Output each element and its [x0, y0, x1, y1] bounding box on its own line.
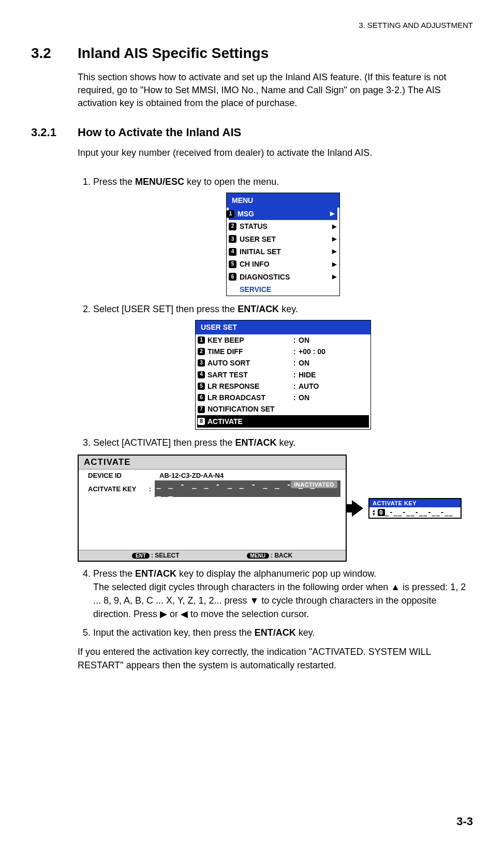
steps-list-cont: Press the ENT/ACK key to display the alp…	[78, 567, 473, 639]
userset-row: 6LR BROADCAST:ON	[196, 392, 370, 403]
userset-row: 3AUTO SORT:ON	[196, 357, 370, 369]
menu-screenshot: MENU 1 MSG ▶ 2 STATUS ▶ 3 USER SET ▶	[226, 193, 340, 296]
popup-title: ACTIVATE KEY	[369, 499, 461, 507]
menu-item-label: STATUS	[240, 221, 332, 231]
section-body: This section shows how to activate and s…	[78, 71, 473, 110]
menu-item-diagnostics: 6 DIAGNOSTICS ▶	[227, 271, 339, 283]
userset-row-selected: 8ACTIVATE	[197, 415, 369, 428]
menu-item-status: 2 STATUS ▶	[227, 220, 339, 232]
chevron-right-icon: ▶	[332, 223, 336, 231]
step-5: Input the activation key, then press the…	[93, 626, 473, 639]
menu-item-initialset: 4 INITIAL SET ▶	[227, 245, 339, 258]
num-badge: 6	[229, 273, 236, 281]
arrow-right-icon	[352, 500, 363, 517]
userset-row: 2TIME DIFF:+00 : 00	[196, 346, 370, 357]
section-number: 3.2	[31, 45, 78, 62]
activate-key-popup: ACTIVATE KEY ▲▼ 0_-__-__-__-__-__	[368, 498, 462, 519]
userset-row: 1KEY BEEP:ON	[196, 334, 370, 346]
selected-digit: 0	[378, 509, 385, 516]
activate-screenshot: ACTIVATE DEVICE ID AB-12-C3-ZD-AA-N4 ACI…	[78, 455, 347, 562]
menu-item-label: MSG	[238, 209, 330, 219]
status-badge: INACTIVATED	[291, 481, 337, 488]
chevron-right-icon: ▶	[332, 260, 336, 269]
key-name: ENT/ACK	[255, 627, 296, 638]
device-id-row: DEVICE ID AB-12-C3-ZD-AA-N4	[88, 472, 340, 479]
subsection-intro: Input your key number (received from dea…	[78, 147, 473, 159]
activate-title: ACTIVATE	[79, 456, 346, 470]
chevron-right-icon: ▶	[332, 273, 336, 281]
section-name: Inland AIS Specific Settings	[78, 45, 269, 62]
key-name: MENU/ESC	[135, 177, 184, 187]
userset-row: 7NOTIFICATION SET	[196, 403, 370, 415]
ent-pill: ENT	[132, 553, 150, 559]
step-2: Select [USER SET] then press the ENT/ACK…	[93, 302, 473, 430]
step-4: Press the ENT/ACK key to display the alp…	[93, 567, 473, 621]
menu-item-label: INITIAL SET	[240, 246, 332, 257]
closing-paragraph: If you entered the activation key correc…	[78, 645, 473, 672]
activate-footer: ENT: SELECT MENU: BACK	[79, 550, 346, 561]
key-name: ENT/ACK	[238, 304, 279, 314]
num-badge: 1	[227, 210, 234, 218]
menu-item-service: SERVICE	[227, 283, 339, 296]
step-1: Press the MENU/ESC key to open the menu.…	[93, 175, 473, 296]
num-badge: 3	[229, 235, 236, 243]
key-name: ENT/ACK	[235, 437, 276, 448]
section-title: 3.2 Inland AIS Specific Settings	[31, 45, 473, 62]
num-badge: 2	[229, 223, 236, 230]
chevron-right-icon: ▶	[332, 235, 336, 243]
userset-row: 5LR RESPONSE:AUTO	[196, 380, 370, 392]
steps-list: Press the MENU/ESC key to open the menu.…	[78, 175, 473, 449]
menu-item-chinfo: 5 CH INFO ▶	[227, 258, 339, 270]
chapter-header: 3. SETTING AND ADJUSTMENT	[31, 21, 473, 30]
menu-item-label: USER SET	[240, 234, 332, 244]
userset-title: USER SET	[196, 320, 370, 334]
menu-pill: MENU	[247, 553, 269, 559]
menu-item-label: CH INFO	[240, 259, 332, 269]
chevron-right-icon: ▶	[332, 247, 336, 256]
userset-row: 4SART TEST:HIDE	[196, 369, 370, 380]
step-3: Select [ACTIVATE] then press the ENT/ACK…	[93, 436, 473, 449]
userset-screenshot: USER SET 1KEY BEEP:ON 2TIME DIFF:+00 : 0…	[195, 320, 371, 430]
menu-item-userset: 3 USER SET ▶	[227, 233, 339, 245]
subsection-number: 3.2.1	[31, 126, 78, 139]
subsection-name: How to Activate the Inland AIS	[78, 126, 241, 139]
key-name: ENT/ACK	[135, 568, 176, 579]
menu-item-label: DIAGNOSTICS	[240, 272, 332, 282]
chevron-right-icon: ▶	[330, 210, 334, 218]
menu-item-msg: 1 MSG ▶	[229, 208, 337, 220]
activate-figure: ACTIVATE DEVICE ID AB-12-C3-ZD-AA-N4 ACI…	[78, 455, 473, 562]
num-badge: 4	[229, 248, 236, 256]
menu-title: MENU	[227, 193, 339, 208]
up-down-arrows-icon: ▲▼	[373, 509, 376, 516]
menu-item-label: SERVICE	[240, 284, 271, 295]
subsection-title: 3.2.1 How to Activate the Inland AIS	[31, 126, 473, 139]
num-badge: 5	[229, 260, 236, 268]
